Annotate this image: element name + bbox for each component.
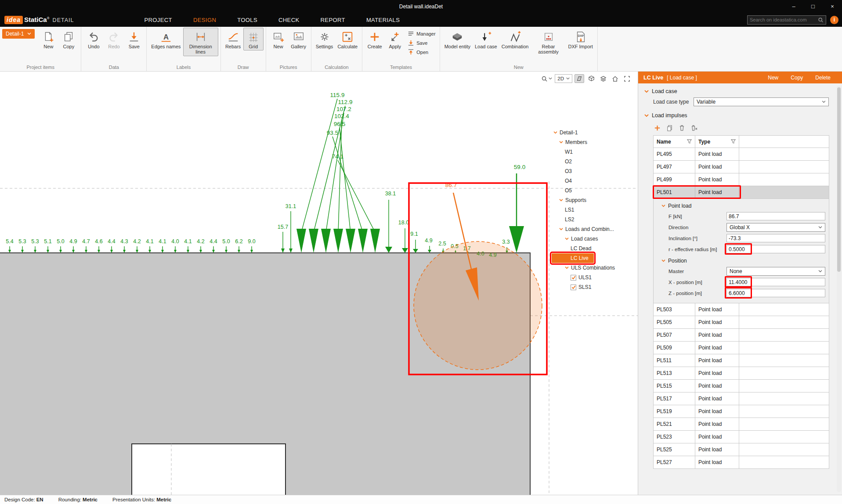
impulse-row-pl499[interactable]: PL499Point load: [653, 173, 829, 186]
view-mode-select[interactable]: 2D: [555, 74, 572, 83]
impulse-row-pl525[interactable]: PL525Point load: [653, 443, 829, 456]
menu-report[interactable]: REPORT: [321, 13, 345, 27]
search-box[interactable]: [747, 15, 826, 25]
column-header-name[interactable]: Name: [654, 136, 695, 148]
tree-item-ls2[interactable]: LS2: [552, 215, 638, 224]
delete-impulse-button[interactable]: [678, 124, 686, 132]
tree-item-uls1[interactable]: ULS1: [552, 273, 638, 282]
impulse-row-pl515[interactable]: PL515Point load: [653, 380, 829, 392]
data-save-button[interactable]: Save: [124, 28, 144, 50]
labels-dimension-lines-button[interactable]: Dimension lines: [183, 28, 218, 56]
impulse-row-pl497[interactable]: PL497Point load: [653, 161, 829, 173]
checkbox-icon[interactable]: [571, 275, 576, 281]
project-item-selector[interactable]: Detail-1: [2, 29, 35, 39]
impulse-row-pl527[interactable]: PL527Point load: [653, 456, 829, 469]
templates-apply-button[interactable]: Apply: [385, 28, 405, 50]
r-effective-radius-m-input[interactable]: [726, 245, 825, 253]
templates-create-button[interactable]: Create: [365, 28, 385, 50]
menu-project[interactable]: PROJECT: [144, 13, 172, 27]
tree-item-detail-1[interactable]: Detail-1: [552, 128, 638, 137]
new-combination-button[interactable]: Combination: [499, 28, 531, 50]
templates-open-button[interactable]: Open: [408, 49, 435, 55]
impulse-row-pl513[interactable]: PL513Point load: [653, 367, 829, 380]
tree-item-lc-dead[interactable]: LC Dead: [552, 244, 638, 253]
draw-grid-button[interactable]: Grid: [243, 28, 264, 50]
impulse-row-pl523[interactable]: PL523Point load: [653, 431, 829, 443]
distributed-load[interactable]: 4.1: [159, 238, 166, 253]
section-load-case[interactable]: Load case: [638, 83, 842, 96]
impulse-row-pl511[interactable]: PL511Point load: [653, 354, 829, 367]
minimize-button[interactable]: –: [784, 0, 803, 13]
distributed-load[interactable]: 4.9: [69, 238, 77, 253]
tree-item-load-cases[interactable]: Load cases: [552, 234, 638, 244]
point-load[interactable]: 4.9: [425, 238, 432, 253]
distributed-load[interactable]: 4.6: [95, 238, 102, 253]
f-kn-input[interactable]: [726, 212, 825, 220]
account-icon[interactable]: i: [830, 16, 838, 24]
draw-rebars-button[interactable]: Rebars: [223, 28, 243, 50]
distributed-load[interactable]: 4.4: [210, 238, 217, 253]
tree-item-loads-and-combin[interactable]: Loads and Combin...: [552, 224, 638, 234]
copy-load-case-button[interactable]: Copy: [791, 75, 803, 81]
tree-item-lc-live[interactable]: LC Live: [552, 253, 594, 263]
z-position-m-input[interactable]: [726, 289, 825, 297]
layers-view-button[interactable]: [598, 74, 608, 83]
distributed-load[interactable]: 6.2: [235, 238, 242, 253]
impulse-row-pl507[interactable]: PL507Point load: [653, 329, 829, 342]
fan-load-arrow[interactable]: [346, 229, 355, 253]
menu-tools[interactable]: TOOLS: [237, 13, 257, 27]
labels-edges-names-button[interactable]: AEdges names: [149, 28, 183, 50]
add-impulse-button[interactable]: [653, 124, 661, 132]
new-load-case-button[interactable]: Load case: [473, 28, 499, 50]
tree-item-sls1[interactable]: SLS1: [552, 282, 638, 292]
tree-item-o2[interactable]: O2: [552, 157, 638, 166]
point-load[interactable]: 38.1: [385, 191, 396, 253]
tree-item-ls1[interactable]: LS1: [552, 205, 638, 215]
column-header-type[interactable]: Type: [695, 136, 739, 148]
tree-item-members[interactable]: Members: [552, 137, 638, 147]
fan-load-arrow[interactable]: [321, 229, 331, 253]
distributed-load[interactable]: 9.0: [248, 238, 255, 253]
tree-item-o4[interactable]: O4: [552, 176, 638, 186]
distributed-load[interactable]: 4.2: [197, 238, 204, 253]
point-load[interactable]: 59.0: [509, 164, 525, 253]
scrollbar[interactable]: [837, 86, 841, 492]
calculation-settings-button[interactable]: Settings: [314, 28, 336, 50]
drawing-canvas[interactable]: 5.45.35.35.15.04.94.74.64.44.34.24.14.14…: [0, 72, 638, 495]
delete-load-case-button[interactable]: Delete: [815, 75, 831, 81]
tree-item-w1[interactable]: W1: [552, 147, 638, 157]
distributed-load[interactable]: 5.1: [44, 238, 51, 253]
distributed-load[interactable]: 5.0: [57, 238, 64, 253]
distributed-load[interactable]: 4.4: [108, 238, 115, 253]
fan-load-arrow[interactable]: [370, 229, 380, 253]
search-input[interactable]: [750, 17, 816, 22]
distributed-load[interactable]: 4.1: [184, 238, 192, 253]
impulse-row-pl509[interactable]: PL509Point load: [653, 342, 829, 354]
distributed-load[interactable]: 5.4: [6, 238, 13, 253]
wall-opening[interactable]: [132, 444, 285, 495]
x-position-m-input[interactable]: [726, 278, 825, 286]
detail-section-point-load[interactable]: Point load: [654, 200, 829, 211]
distributed-load[interactable]: 4.7: [82, 238, 90, 253]
checkbox-icon[interactable]: [571, 284, 576, 290]
duplicate-impulse-button[interactable]: [665, 124, 673, 132]
menu-materials[interactable]: MATERIALS: [366, 13, 400, 27]
solid-view-button[interactable]: [586, 74, 596, 83]
tree-item-uls-combinations[interactable]: ULS Combinations: [552, 263, 638, 273]
maximize-button[interactable]: □: [803, 0, 823, 13]
fan-load-arrow[interactable]: [309, 229, 318, 253]
point-load[interactable]: 15.7: [278, 224, 288, 253]
master-select[interactable]: None: [726, 267, 825, 276]
fan-load-arrow[interactable]: [296, 229, 306, 253]
inclination-input[interactable]: [726, 234, 825, 242]
calculation-calculate-button[interactable]: Calculate: [335, 28, 360, 50]
distributed-load[interactable]: 4.3: [120, 238, 128, 253]
direction-select[interactable]: Global X: [726, 223, 825, 232]
point-load[interactable]: 18.0: [398, 220, 409, 253]
pictures-new-button[interactable]: New: [268, 28, 289, 50]
pictures-gallery-button[interactable]: Gallery: [289, 28, 309, 50]
project-items-copy-button[interactable]: Copy: [58, 28, 79, 50]
distributed-load[interactable]: 4.1: [146, 238, 153, 253]
detail-section-position[interactable]: Position: [654, 255, 829, 266]
project-items-new-button[interactable]: New: [38, 28, 58, 50]
